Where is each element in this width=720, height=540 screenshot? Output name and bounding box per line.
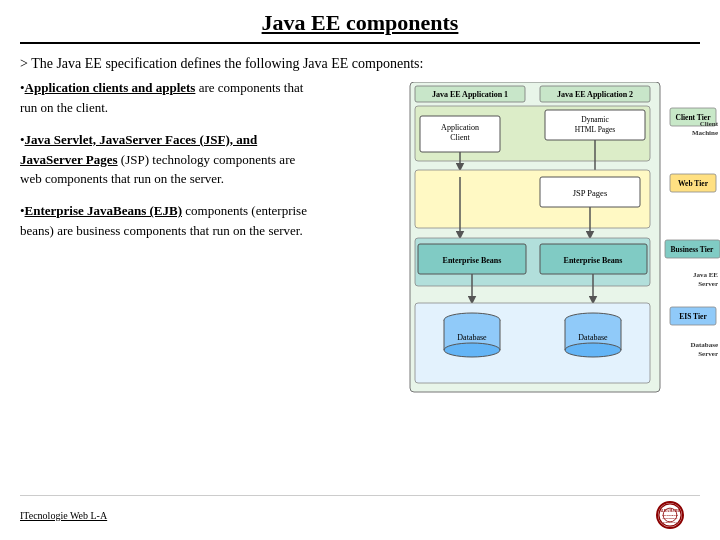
client-machine-label: Client	[700, 120, 719, 128]
right-panel: Java EE Application 1 Java EE Applicatio…	[330, 78, 720, 489]
db-1-label: Database	[457, 333, 487, 342]
db-server-label2: Server	[698, 350, 718, 358]
bullet-1-text: •Application clients and applets are com…	[20, 80, 303, 115]
bullet-2-section: •Java Servlet, JavaServer Faces (JSF), a…	[20, 130, 320, 190]
bullet-2-text: •Java Servlet, JavaServer Faces (JSF), a…	[20, 132, 295, 187]
university-logo: ALMA MATER STUDIORUM UNIVERSITÀ DI BOLOG…	[640, 500, 700, 530]
svg-point-20	[444, 343, 500, 357]
ent-beans-1-label: Enterprise Beans	[443, 256, 502, 265]
bullet-3-section: •Enterprise JavaBeans (EJB) components (…	[20, 201, 320, 241]
db-2-label: Database	[578, 333, 608, 342]
svg-text:UNIVERSITÀ: UNIVERSITÀ	[662, 517, 677, 520]
diagram-svg: Java EE Application 1 Java EE Applicatio…	[330, 82, 720, 432]
content-area: •Application clients and applets are com…	[20, 78, 700, 489]
subtitle: > The Java EE specification defines the …	[20, 56, 700, 72]
page-title: Java EE components	[20, 10, 700, 36]
svg-text:STUDIORUM: STUDIORUM	[662, 514, 679, 517]
left-panel: •Application clients and applets are com…	[20, 78, 320, 489]
dynamic-html-label2: HTML Pages	[575, 125, 615, 134]
svg-text:DI BOLOGNA: DI BOLOGNA	[663, 521, 677, 523]
ent-beans-2-label: Enterprise Beans	[564, 256, 623, 265]
dynamic-html-label1: Dynamic	[581, 115, 609, 124]
title-section: Java EE components	[20, 10, 700, 44]
java-ee-server-label: Java EE	[693, 271, 718, 279]
jsp-pages-label: JSP Pages	[573, 188, 607, 198]
client-machine-label2: Machine	[692, 129, 718, 137]
page: Java EE components > The Java EE specifi…	[0, 0, 720, 540]
db-server-label: Database	[690, 341, 718, 349]
app-client-label2: Client	[450, 133, 470, 142]
bullet-1-header: Application clients and applets	[25, 80, 196, 95]
logo-circle: ALMA MATER STUDIORUM UNIVERSITÀ DI BOLOG…	[656, 501, 684, 529]
svg-text:ALMA MATER: ALMA MATER	[660, 509, 682, 513]
app2-title: Java EE Application 2	[557, 90, 633, 99]
bullet-3-text: •Enterprise JavaBeans (EJB) components (…	[20, 203, 307, 238]
course-label: ITecnologie Web L-A	[20, 510, 107, 521]
footer: ITecnologie Web L-A ALMA MATER STUDIORUM…	[20, 495, 700, 530]
business-tier-side-label: Business Tier	[671, 245, 715, 254]
svg-point-25	[565, 343, 621, 357]
java-ee-server-label2: Server	[698, 280, 718, 288]
bullet-2-header: Java Servlet, JavaServer Faces (JSF), an…	[20, 132, 257, 167]
app1-title: Java EE Application 1	[432, 90, 508, 99]
app-client-label: Application	[441, 123, 479, 132]
eis-tier-side-label: EIS Tier	[679, 312, 707, 321]
bullet-3-header: Enterprise JavaBeans (EJB)	[25, 203, 182, 218]
architecture-diagram: Java EE Application 1 Java EE Applicatio…	[330, 82, 720, 432]
bullet-1-section: •Application clients and applets are com…	[20, 78, 320, 118]
web-tier-side-label: Web Tier	[678, 179, 709, 188]
